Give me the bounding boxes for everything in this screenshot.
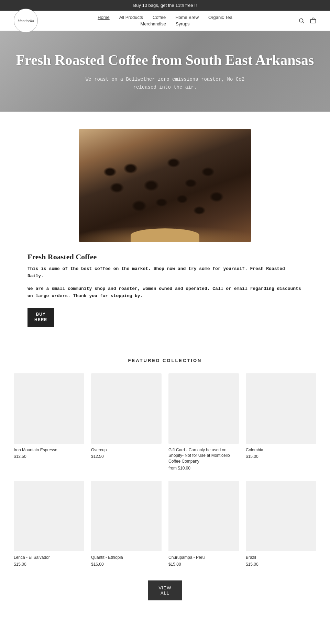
product-name-2: Gift Card - Can only be used on Shopify-… [168,447,239,464]
nav-coffee[interactable]: Coffee [153,15,166,20]
product-image-4 [14,481,84,551]
product-name-3: Colombia [246,447,316,453]
logo-area[interactable]: Monticello [14,9,38,33]
product-image-0 [14,373,84,444]
product-price-5: $16.00 [91,562,162,567]
nav-bottom-row: Merchandise Syrups [141,21,190,26]
header-icons [298,17,316,24]
svg-point-0 [299,19,303,23]
product-price-2: from $10.00 [168,466,239,471]
announcement-text: Buy 10 bags, get the 11th free !! [133,3,197,8]
cart-icon[interactable] [310,17,316,24]
product-card-7[interactable]: Brazil $15.00 [246,481,316,567]
coffee-text-1: This is some of the best coffee on the m… [28,265,302,280]
product-image-2 [168,373,239,444]
product-price-3: $15.00 [246,454,316,459]
nav-top-row: Home All Products Coffee Home Brew Organ… [98,15,232,20]
product-name-4: Lenca - El Salvador [14,555,84,561]
hero-section: Fresh Roasted Coffee from South East Ark… [0,31,330,112]
main-nav: Home All Products Coffee Home Brew Organ… [98,15,232,26]
product-price-0: $12.50 [14,454,84,459]
product-card-3[interactable]: Colombia $15.00 [246,373,316,471]
nav-merchandise[interactable]: Merchandise [141,21,166,26]
coffee-description: Fresh Roasted Coffee This is some of the… [28,252,302,327]
logo-text: Monticello [18,18,34,23]
product-name-0: Iron Mountain Espresso [14,447,84,453]
view-all-button[interactable]: VIEWALL [148,580,182,600]
products-grid-row2: Lenca - El Salvador $15.00 Quantit - Eth… [14,481,316,567]
product-image-7 [246,481,316,551]
product-card-0[interactable]: Iron Mountain Espresso $12.50 [14,373,84,471]
coffee-text-2: We are a small community shop and roaste… [28,285,302,300]
coffee-section: Fresh Roasted Coffee This is some of the… [0,112,330,340]
product-card-5[interactable]: Quantit - Ethiopia $16.00 [91,481,162,567]
product-name-5: Quantit - Ethiopia [91,555,162,561]
announcement-bar: Buy 10 bags, get the 11th free !! [0,0,330,11]
logo[interactable]: Monticello [14,9,38,33]
product-price-1: $12.50 [91,454,162,459]
nav-home-brew[interactable]: Home Brew [175,15,199,20]
product-card-4[interactable]: Lenca - El Salvador $15.00 [14,481,84,567]
product-price-7: $15.00 [246,562,316,567]
product-price-6: $15.00 [168,562,239,567]
hero-title: Fresh Roasted Coffee from South East Ark… [14,52,316,69]
products-grid-row1: Iron Mountain Espresso $12.50 Overcup $1… [14,373,316,471]
nav-organic-tea[interactable]: Organic Tea [208,15,232,20]
header: Monticello Home All Products Coffee Home… [0,11,330,31]
svg-line-1 [302,22,304,23]
product-name-1: Overcup [91,447,162,453]
nav-syrups[interactable]: Syrups [176,21,189,26]
product-name-7: Brazil [246,555,316,561]
svg-rect-2 [311,20,316,23]
product-image-3 [246,373,316,444]
nav-all-products[interactable]: All Products [119,15,143,20]
nav-home[interactable]: Home [98,15,110,20]
hero-subtitle: We roast on a Bellwether zero emissions … [79,76,251,91]
product-image-1 [91,373,162,444]
product-card-6[interactable]: Churupampa - Peru $15.00 [168,481,239,567]
product-card-2[interactable]: Gift Card - Can only be used on Shopify-… [168,373,239,471]
buy-here-button[interactable]: BUYHERE [28,308,54,327]
product-image-6 [168,481,239,551]
search-icon[interactable] [298,17,305,24]
product-image-5 [91,481,162,551]
featured-section: FEATURED COLLECTION Iron Mountain Espres… [0,341,330,642]
coffee-beans-image [79,129,251,242]
product-name-6: Churupampa - Peru [168,555,239,561]
coffee-heading: Fresh Roasted Coffee [28,252,302,261]
product-price-4: $15.00 [14,562,84,567]
product-card-1[interactable]: Overcup $12.50 [91,373,162,471]
featured-title: FEATURED COLLECTION [14,358,316,363]
